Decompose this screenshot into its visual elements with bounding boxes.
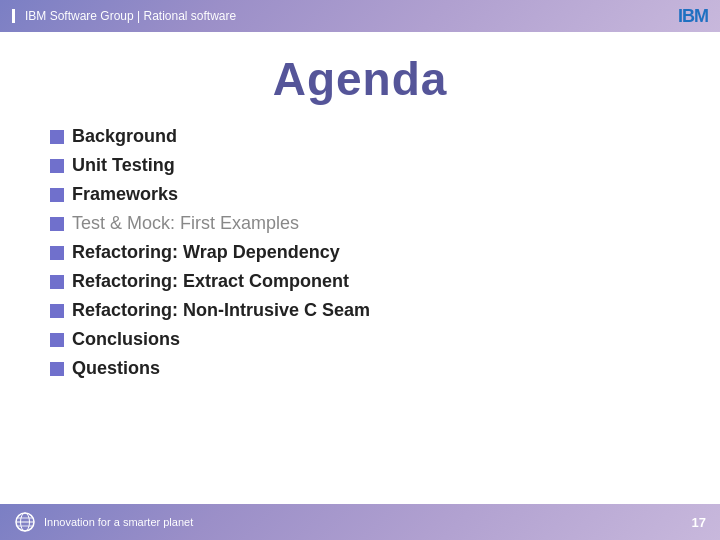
ibm-logo-top: IBM [678, 6, 708, 27]
footer-tagline: Innovation for a smarter planet [44, 516, 193, 528]
agenda-item: Questions [50, 356, 680, 381]
footer-left: Innovation for a smarter planet [14, 511, 193, 533]
agenda-bullet-icon [50, 188, 64, 202]
agenda-item: Refactoring: Extract Component [50, 269, 680, 294]
footer-bar: Innovation for a smarter planet 17 [0, 504, 720, 540]
agenda-item-label: Background [72, 126, 177, 147]
agenda-item-label: Frameworks [72, 184, 178, 205]
agenda-item: Background [50, 124, 680, 149]
header-title: IBM Software Group | Rational software [12, 9, 236, 23]
agenda-item-label: Questions [72, 358, 160, 379]
ibm-logo-text: IBM [678, 6, 708, 27]
agenda-item: Test & Mock: First Examples [50, 211, 680, 236]
agenda-bullet-icon [50, 246, 64, 260]
agenda-bullet-icon [50, 159, 64, 173]
agenda-list: BackgroundUnit TestingFrameworksTest & M… [40, 124, 680, 381]
agenda-item-label: Refactoring: Wrap Dependency [72, 242, 340, 263]
agenda-bullet-icon [50, 275, 64, 289]
header-bar: IBM Software Group | Rational software I… [0, 0, 720, 32]
agenda-item-label: Unit Testing [72, 155, 175, 176]
slide-title: Agenda [40, 52, 680, 106]
agenda-item-label: Refactoring: Extract Component [72, 271, 349, 292]
globe-icon [14, 511, 36, 533]
agenda-item: Conclusions [50, 327, 680, 352]
agenda-item-label: Conclusions [72, 329, 180, 350]
agenda-bullet-icon [50, 130, 64, 144]
agenda-item-label: Refactoring: Non-Intrusive C Seam [72, 300, 370, 321]
agenda-item: Frameworks [50, 182, 680, 207]
agenda-bullet-icon [50, 304, 64, 318]
agenda-item: Refactoring: Wrap Dependency [50, 240, 680, 265]
agenda-bullet-icon [50, 362, 64, 376]
footer-page-number: 17 [692, 515, 706, 530]
agenda-bullet-icon [50, 217, 64, 231]
agenda-item-label: Test & Mock: First Examples [72, 213, 299, 234]
agenda-item: Unit Testing [50, 153, 680, 178]
slide-content: Agenda BackgroundUnit TestingFrameworksT… [0, 32, 720, 504]
agenda-item: Refactoring: Non-Intrusive C Seam [50, 298, 680, 323]
agenda-bullet-icon [50, 333, 64, 347]
